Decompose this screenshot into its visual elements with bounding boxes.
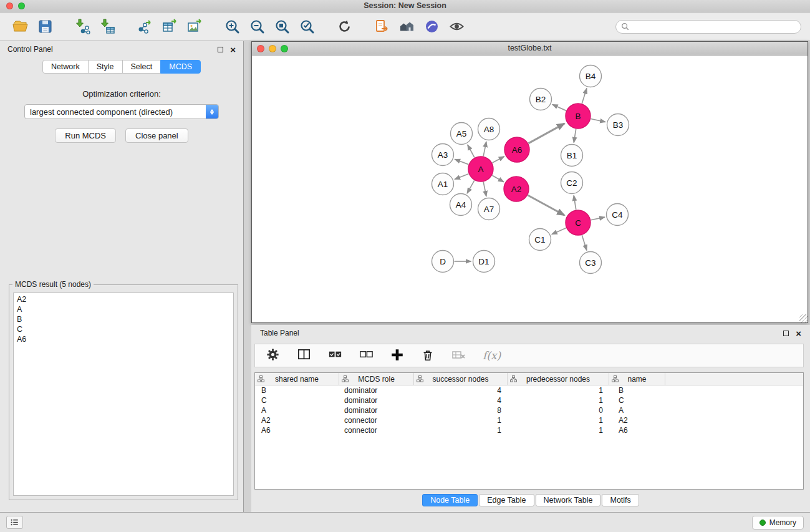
save-session-button[interactable] [34, 15, 57, 38]
add-column-button[interactable] [390, 347, 405, 364]
table-cell[interactable]: C [255, 395, 339, 405]
column-header-predecessor-nodes[interactable]: predecessor nodes [508, 373, 609, 385]
tab-select[interactable]: Select [122, 60, 162, 74]
graph-node-A4[interactable]: A4 [450, 194, 472, 216]
graph-node-C1[interactable]: C1 [529, 229, 551, 251]
table-cell[interactable]: 1 [508, 415, 609, 425]
graph-edge-C-C3[interactable] [582, 235, 587, 250]
network-window-titlebar[interactable]: testGlobe.txt [252, 42, 808, 56]
unselect-all-button[interactable] [359, 347, 374, 364]
graph-node-C4[interactable]: C4 [607, 204, 629, 226]
graph-node-A8[interactable]: A8 [478, 118, 500, 140]
tab-node-table[interactable]: Node Table [422, 494, 478, 506]
graph-edge-B-B4[interactable] [582, 89, 587, 104]
table-cell[interactable]: A [255, 405, 339, 415]
close-table-panel-icon[interactable]: × [796, 330, 801, 337]
table-cell[interactable]: A2 [255, 415, 339, 425]
close-panel-button[interactable]: Close panel [125, 128, 188, 143]
tab-style[interactable]: Style [88, 60, 123, 74]
graph-node-D1[interactable]: D1 [473, 251, 495, 273]
column-header-name[interactable]: name [609, 373, 665, 385]
graph-edge-B-B2[interactable] [552, 104, 566, 110]
graph-node-A2[interactable]: A2 [504, 177, 529, 201]
graph-node-A7[interactable]: A7 [478, 198, 500, 220]
table-cell[interactable]: B [609, 385, 665, 395]
export-image-button[interactable] [183, 15, 206, 38]
export-document-button[interactable] [370, 15, 393, 38]
delete-column-button[interactable] [420, 347, 435, 364]
table-row[interactable]: A6connector11A6 [255, 425, 803, 435]
table-row[interactable]: Adominator80A [255, 405, 803, 415]
table-cell[interactable]: connector [339, 425, 414, 435]
criterion-dropdown[interactable]: largest connected component (directed) [24, 104, 219, 119]
graph-node-B4[interactable]: B4 [580, 65, 602, 87]
table-cell[interactable]: C [609, 395, 665, 405]
table-cell[interactable]: A2 [609, 415, 665, 425]
table-cell[interactable]: dominator [339, 385, 414, 395]
mcds-result-item[interactable]: A2 [14, 294, 233, 304]
graph-node-A[interactable]: A [468, 157, 493, 181]
graph-edge-B-B3[interactable] [591, 118, 605, 122]
graph-node-A3[interactable]: A3 [432, 144, 454, 166]
close-panel-icon[interactable]: × [230, 46, 236, 53]
graph-node-B3[interactable]: B3 [607, 114, 629, 136]
table-cell[interactable]: 4 [414, 385, 508, 395]
graph-node-A6[interactable]: A6 [504, 137, 529, 162]
refresh-button[interactable] [333, 15, 356, 38]
table-cell[interactable]: A [609, 405, 665, 415]
column-header-shared-name[interactable]: shared name [255, 373, 339, 385]
graph-node-B[interactable]: B [566, 104, 591, 128]
mcds-result-item[interactable]: C [14, 324, 233, 334]
graph-edge-C-C1[interactable] [552, 228, 566, 234]
float-table-panel-icon[interactable] [783, 331, 789, 336]
function-builder-button[interactable]: f(x) [483, 349, 501, 362]
column-header-successor-nodes[interactable]: successor nodes [414, 373, 508, 385]
table-cell[interactable]: 0 [508, 405, 609, 415]
table-cell[interactable]: 1 [414, 425, 508, 435]
table-cell[interactable]: 1 [508, 385, 609, 395]
graph-edge-A-A8[interactable] [483, 142, 486, 156]
graph-node-C[interactable]: C [566, 210, 591, 235]
mcds-result-item[interactable]: B [14, 314, 233, 324]
table-row[interactable]: Cdominator41C [255, 395, 803, 405]
graph-edge-C-C4[interactable] [591, 217, 605, 220]
zoom-selected-button[interactable] [296, 15, 319, 38]
network-close-button[interactable] [257, 45, 264, 52]
network-graph[interactable]: B4B2BB3A5A8A6A3B1AC2A1A2A4A7C4CC1DD1C3 [252, 56, 808, 322]
table-cell[interactable]: A6 [255, 425, 339, 435]
graph-node-D[interactable]: D [432, 251, 454, 273]
open-session-button[interactable] [9, 15, 32, 38]
table-cell[interactable]: B [255, 385, 339, 395]
show-column-button[interactable] [296, 347, 312, 364]
network-zoom-button[interactable] [281, 45, 288, 52]
show-details-button[interactable] [445, 15, 468, 38]
home-button[interactable] [395, 15, 418, 38]
graph-edge-A2-C[interactable] [528, 195, 564, 215]
style-brush-button[interactable] [420, 15, 443, 38]
graph-node-C3[interactable]: C3 [580, 252, 602, 274]
search-box[interactable] [615, 20, 801, 34]
import-network-button[interactable] [71, 15, 94, 38]
graph-node-A1[interactable]: A1 [432, 173, 454, 195]
graph-node-C2[interactable]: C2 [561, 172, 583, 194]
table-row[interactable]: A2connector11A2 [255, 415, 803, 425]
tab-mcds[interactable]: MCDS [160, 60, 201, 74]
zoom-fit-button[interactable] [271, 15, 294, 38]
graph-edge-A-A7[interactable] [483, 182, 486, 196]
table-cell[interactable]: connector [339, 415, 414, 425]
graph-edge-A-A3[interactable] [455, 159, 468, 164]
table-settings-button[interactable] [265, 347, 281, 364]
table-cell[interactable]: A6 [609, 425, 665, 435]
graph-node-B1[interactable]: B1 [561, 145, 583, 167]
graph-node-B2[interactable]: B2 [530, 89, 552, 110]
tab-edge-table[interactable]: Edge Table [479, 494, 534, 506]
graph-edge-B-B1[interactable] [574, 129, 576, 143]
table-cell[interactable]: 4 [414, 395, 508, 405]
delete-table-button[interactable] [451, 347, 467, 365]
search-input[interactable] [632, 22, 796, 31]
zoom-out-button[interactable] [246, 15, 269, 38]
close-window-button[interactable] [6, 2, 13, 9]
column-header-mcds-role[interactable]: MCDS role [339, 373, 414, 385]
graph-edge-A-A1[interactable] [455, 174, 468, 180]
mcds-result-item[interactable]: A [14, 304, 233, 314]
